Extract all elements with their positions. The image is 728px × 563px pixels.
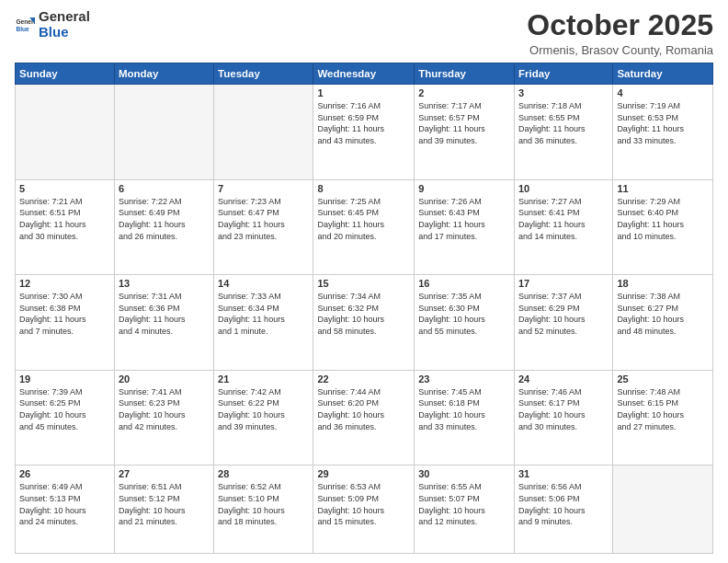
day-header-sunday: Sunday <box>16 63 115 85</box>
day-number: 15 <box>317 278 410 289</box>
calendar-cell: 25Sunrise: 7:48 AM Sunset: 6:15 PM Dayli… <box>613 370 713 465</box>
header-row: SundayMondayTuesdayWednesdayThursdayFrid… <box>16 63 713 85</box>
calendar-cell: 18Sunrise: 7:38 AM Sunset: 6:27 PM Dayli… <box>613 275 713 371</box>
calendar-cell: 28Sunrise: 6:52 AM Sunset: 5:10 PM Dayli… <box>214 465 313 554</box>
day-number: 17 <box>518 278 609 289</box>
calendar-cell: 9Sunrise: 7:26 AM Sunset: 6:43 PM Daylig… <box>415 179 515 275</box>
day-number: 18 <box>617 278 709 289</box>
day-info: Sunrise: 6:55 AM Sunset: 5:07 PM Dayligh… <box>418 481 510 527</box>
day-info: Sunrise: 7:25 AM Sunset: 6:45 PM Dayligh… <box>317 196 410 242</box>
calendar-cell <box>613 465 713 554</box>
calendar-cell: 10Sunrise: 7:27 AM Sunset: 6:41 PM Dayli… <box>514 179 612 275</box>
day-info: Sunrise: 7:23 AM Sunset: 6:47 PM Dayligh… <box>218 196 309 242</box>
calendar-cell: 13Sunrise: 7:31 AM Sunset: 6:36 PM Dayli… <box>114 275 213 371</box>
day-info: Sunrise: 7:18 AM Sunset: 6:55 PM Dayligh… <box>518 100 609 146</box>
day-number: 4 <box>617 87 709 98</box>
day-number: 3 <box>518 87 609 98</box>
week-row-5: 26Sunrise: 6:49 AM Sunset: 5:13 PM Dayli… <box>16 465 713 554</box>
calendar-cell: 2Sunrise: 7:17 AM Sunset: 6:57 PM Daylig… <box>415 85 515 180</box>
location-title: Ormenis, Brasov County, Romania <box>527 43 713 57</box>
day-number: 23 <box>418 373 510 385</box>
calendar-cell: 16Sunrise: 7:35 AM Sunset: 6:30 PM Dayli… <box>415 275 515 371</box>
day-number: 8 <box>317 183 410 194</box>
day-info: Sunrise: 7:45 AM Sunset: 6:18 PM Dayligh… <box>418 386 510 432</box>
day-info: Sunrise: 7:22 AM Sunset: 6:49 PM Dayligh… <box>119 196 210 242</box>
day-header-wednesday: Wednesday <box>313 63 415 85</box>
week-row-3: 12Sunrise: 7:30 AM Sunset: 6:38 PM Dayli… <box>16 275 713 371</box>
title-block: October 2025 Ormenis, Brasov County, Rom… <box>527 9 713 57</box>
calendar-cell <box>16 85 115 180</box>
day-info: Sunrise: 7:42 AM Sunset: 6:22 PM Dayligh… <box>218 386 309 432</box>
calendar-cell: 21Sunrise: 7:42 AM Sunset: 6:22 PM Dayli… <box>214 370 313 465</box>
day-info: Sunrise: 7:41 AM Sunset: 6:23 PM Dayligh… <box>119 386 210 432</box>
day-info: Sunrise: 6:52 AM Sunset: 5:10 PM Dayligh… <box>218 481 309 527</box>
day-number: 30 <box>418 468 510 479</box>
day-info: Sunrise: 7:39 AM Sunset: 6:25 PM Dayligh… <box>19 386 110 432</box>
day-info: Sunrise: 7:21 AM Sunset: 6:51 PM Dayligh… <box>19 196 110 242</box>
calendar-cell: 5Sunrise: 7:21 AM Sunset: 6:51 PM Daylig… <box>16 179 115 275</box>
day-number: 14 <box>218 278 309 289</box>
day-header-thursday: Thursday <box>415 63 515 85</box>
day-number: 1 <box>317 87 410 98</box>
day-header-monday: Monday <box>114 63 213 85</box>
calendar-cell: 4Sunrise: 7:19 AM Sunset: 6:53 PM Daylig… <box>613 85 713 180</box>
day-info: Sunrise: 7:30 AM Sunset: 6:38 PM Dayligh… <box>19 291 110 337</box>
calendar-cell: 11Sunrise: 7:29 AM Sunset: 6:40 PM Dayli… <box>613 179 713 275</box>
svg-text:Blue: Blue <box>16 25 29 31</box>
month-title: October 2025 <box>527 9 713 41</box>
calendar-cell: 30Sunrise: 6:55 AM Sunset: 5:07 PM Dayli… <box>415 465 515 554</box>
calendar-cell: 1Sunrise: 7:16 AM Sunset: 6:59 PM Daylig… <box>313 85 415 180</box>
day-info: Sunrise: 7:31 AM Sunset: 6:36 PM Dayligh… <box>119 291 210 337</box>
day-info: Sunrise: 6:53 AM Sunset: 5:09 PM Dayligh… <box>317 481 410 527</box>
day-info: Sunrise: 6:51 AM Sunset: 5:12 PM Dayligh… <box>119 481 210 527</box>
day-number: 10 <box>518 183 609 194</box>
logo-general: General <box>39 9 90 25</box>
logo-icon: General Blue <box>15 15 35 35</box>
day-info: Sunrise: 7:37 AM Sunset: 6:29 PM Dayligh… <box>518 291 609 337</box>
calendar-table: SundayMondayTuesdayWednesdayThursdayFrid… <box>15 63 713 554</box>
day-number: 16 <box>418 278 510 289</box>
day-number: 28 <box>218 468 309 479</box>
day-number: 19 <box>19 373 110 385</box>
day-header-tuesday: Tuesday <box>214 63 313 85</box>
day-number: 9 <box>418 183 510 194</box>
day-info: Sunrise: 7:35 AM Sunset: 6:30 PM Dayligh… <box>418 291 510 337</box>
day-number: 12 <box>19 278 110 289</box>
calendar-cell: 20Sunrise: 7:41 AM Sunset: 6:23 PM Dayli… <box>114 370 213 465</box>
day-number: 6 <box>119 183 210 194</box>
day-number: 20 <box>119 373 210 385</box>
day-info: Sunrise: 7:48 AM Sunset: 6:15 PM Dayligh… <box>617 386 709 432</box>
calendar-cell: 8Sunrise: 7:25 AM Sunset: 6:45 PM Daylig… <box>313 179 415 275</box>
calendar-cell: 24Sunrise: 7:46 AM Sunset: 6:17 PM Dayli… <box>514 370 612 465</box>
day-info: Sunrise: 7:34 AM Sunset: 6:32 PM Dayligh… <box>317 291 410 337</box>
day-header-friday: Friday <box>514 63 612 85</box>
week-row-1: 1Sunrise: 7:16 AM Sunset: 6:59 PM Daylig… <box>16 85 713 180</box>
calendar-cell <box>214 85 313 180</box>
day-info: Sunrise: 7:27 AM Sunset: 6:41 PM Dayligh… <box>518 196 609 242</box>
calendar-cell: 12Sunrise: 7:30 AM Sunset: 6:38 PM Dayli… <box>16 275 115 371</box>
calendar-cell: 27Sunrise: 6:51 AM Sunset: 5:12 PM Dayli… <box>114 465 213 554</box>
calendar-cell: 23Sunrise: 7:45 AM Sunset: 6:18 PM Dayli… <box>415 370 515 465</box>
day-info: Sunrise: 7:46 AM Sunset: 6:17 PM Dayligh… <box>518 386 609 432</box>
week-row-2: 5Sunrise: 7:21 AM Sunset: 6:51 PM Daylig… <box>16 179 713 275</box>
day-number: 11 <box>617 183 709 194</box>
calendar-cell: 29Sunrise: 6:53 AM Sunset: 5:09 PM Dayli… <box>313 465 415 554</box>
calendar-cell: 19Sunrise: 7:39 AM Sunset: 6:25 PM Dayli… <box>16 370 115 465</box>
calendar-cell: 26Sunrise: 6:49 AM Sunset: 5:13 PM Dayli… <box>16 465 115 554</box>
day-number: 22 <box>317 373 410 385</box>
header: General Blue General Blue October 2025 O… <box>15 9 713 57</box>
day-number: 29 <box>317 468 410 479</box>
day-info: Sunrise: 7:44 AM Sunset: 6:20 PM Dayligh… <box>317 386 410 432</box>
logo: General Blue General Blue <box>15 9 90 40</box>
day-number: 7 <box>218 183 309 194</box>
logo-blue: Blue <box>39 25 90 40</box>
day-info: Sunrise: 7:19 AM Sunset: 6:53 PM Dayligh… <box>617 100 709 146</box>
day-info: Sunrise: 7:17 AM Sunset: 6:57 PM Dayligh… <box>418 100 510 146</box>
calendar-cell: 22Sunrise: 7:44 AM Sunset: 6:20 PM Dayli… <box>313 370 415 465</box>
calendar-cell: 31Sunrise: 6:56 AM Sunset: 5:06 PM Dayli… <box>514 465 612 554</box>
calendar-cell: 14Sunrise: 7:33 AM Sunset: 6:34 PM Dayli… <box>214 275 313 371</box>
day-number: 31 <box>518 468 609 479</box>
day-number: 27 <box>119 468 210 479</box>
day-info: Sunrise: 7:38 AM Sunset: 6:27 PM Dayligh… <box>617 291 709 337</box>
week-row-4: 19Sunrise: 7:39 AM Sunset: 6:25 PM Dayli… <box>16 370 713 465</box>
